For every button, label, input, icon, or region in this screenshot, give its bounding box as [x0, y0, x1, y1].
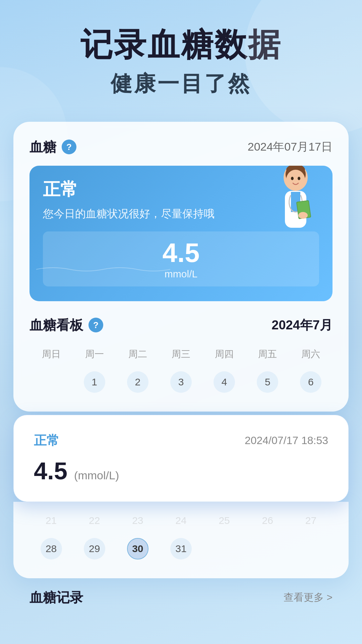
- popup-unit: (mmol/L): [74, 469, 119, 482]
- svg-point-7: [298, 177, 300, 180]
- card-header-left: 血糖 ?: [29, 138, 76, 156]
- popup-status: 正常: [34, 432, 59, 449]
- date-2[interactable]: 2: [116, 370, 159, 394]
- svg-point-5: [286, 170, 305, 190]
- date-empty-end1: [203, 537, 246, 561]
- date-1[interactable]: 1: [73, 370, 116, 394]
- popup-card: 正常 2024/07/17 18:53 4.5 (mmol/L): [13, 415, 349, 502]
- date-4[interactable]: 4: [203, 370, 246, 394]
- calendar-section: 血糖看板 ? 2024年7月 周日 周一 周二 周三 周四 周五 周六 1 2 …: [29, 316, 333, 394]
- calendar-below: 21 22 23 24 25 26 27 28 29 30 31: [13, 502, 349, 578]
- calendar-help-icon[interactable]: ?: [88, 318, 103, 332]
- calendar-header: 血糖看板 ? 2024年7月: [29, 316, 333, 334]
- weekday-fri: 周五: [246, 345, 289, 363]
- svg-point-12: [298, 212, 308, 219]
- calendar-title-area: 血糖看板 ?: [29, 316, 103, 334]
- popup-header: 正常 2024/07/17 18:53: [34, 432, 328, 449]
- popup-value: 4.5: [34, 457, 67, 485]
- weekday-tue: 周二: [116, 345, 159, 363]
- main-card: 血糖 ? 2024年07月17日 正常 您今日的血糖状况很好，尽量保持哦: [13, 122, 349, 412]
- weekday-mon: 周一: [73, 345, 116, 363]
- calendar-month: 2024年7月: [272, 317, 333, 334]
- date-24: 24: [159, 508, 202, 533]
- wave-line: [36, 264, 170, 274]
- date-31[interactable]: 31: [159, 537, 202, 561]
- date-empty-end3: [289, 537, 333, 561]
- date-28[interactable]: 28: [29, 537, 73, 561]
- date-26: 26: [246, 508, 289, 533]
- date-6[interactable]: 6: [289, 370, 333, 394]
- weekday-sun: 周日: [29, 345, 73, 363]
- date-22: 22: [73, 508, 116, 533]
- record-section: 血糖记录 查看更多 >: [13, 588, 349, 607]
- popup-datetime: 2024/07/17 18:53: [245, 434, 328, 447]
- record-title: 血糖记录: [29, 588, 83, 607]
- date-27: 27: [289, 508, 333, 533]
- date-21: 21: [29, 508, 73, 533]
- date-30[interactable]: 30: [116, 537, 159, 561]
- calendar-last-week: 28 29 30 31: [29, 537, 333, 561]
- help-icon[interactable]: ?: [62, 140, 76, 154]
- calendar-faded-week: 21 22 23 24 25 26 27: [29, 502, 333, 533]
- calendar-week1: 1 2 3 4 5 6: [29, 370, 333, 394]
- status-banner: 正常 您今日的血糖状况很好，尽量保持哦: [29, 166, 333, 301]
- popup-value-row: 4.5 (mmol/L): [34, 457, 328, 485]
- date-29[interactable]: 29: [73, 537, 116, 561]
- weekday-thu: 周四: [203, 345, 246, 363]
- blood-sugar-number: 4.5: [43, 239, 319, 266]
- doctor-illustration: [265, 166, 326, 236]
- date-empty-end2: [246, 537, 289, 561]
- card-header: 血糖 ? 2024年07月17日: [29, 138, 333, 156]
- calendar-title: 血糖看板: [29, 316, 83, 334]
- weekday-row: 周日 周一 周二 周三 周四 周五 周六: [29, 345, 333, 363]
- date-5[interactable]: 5: [246, 370, 289, 394]
- view-more-button[interactable]: 查看更多 >: [284, 591, 333, 604]
- blood-sugar-value-area: 4.5 mmol/L: [43, 231, 319, 286]
- card-date: 2024年07月17日: [248, 139, 333, 155]
- date-23: 23: [116, 508, 159, 533]
- date-25: 25: [203, 508, 246, 533]
- date-3[interactable]: 3: [159, 370, 202, 394]
- weekday-sat: 周六: [289, 345, 333, 363]
- weekday-wed: 周三: [159, 345, 202, 363]
- card-title: 血糖: [29, 138, 56, 156]
- svg-point-6: [291, 177, 294, 180]
- date-empty-1: [29, 370, 73, 394]
